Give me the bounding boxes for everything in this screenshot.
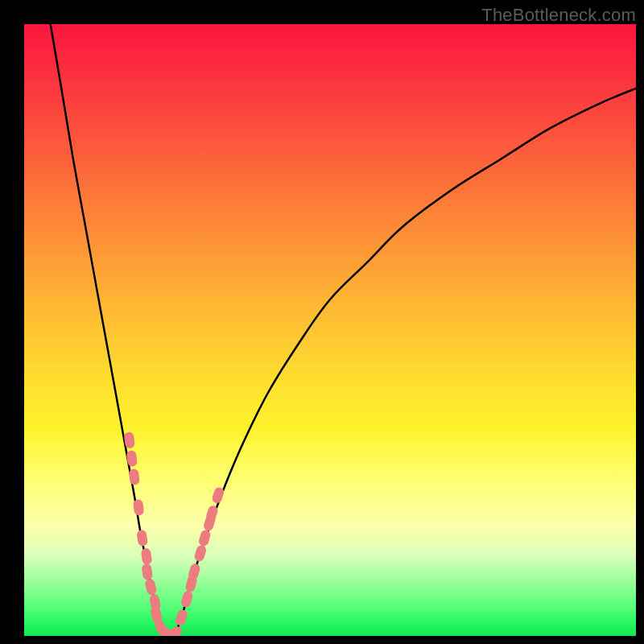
- bottleneck-chart-svg: [24, 24, 636, 636]
- marker-point: [128, 469, 140, 485]
- marker-point: [144, 578, 158, 596]
- curve-bottleneck-curve-right: [175, 89, 636, 636]
- marker-point: [141, 547, 153, 565]
- marker-point: [133, 499, 144, 516]
- marker-point: [180, 590, 194, 609]
- plot-area: [24, 24, 636, 636]
- marker-point: [141, 563, 153, 580]
- chart-frame: TheBottleneck.com: [0, 0, 644, 644]
- marker-point: [174, 609, 188, 627]
- marker-point: [198, 529, 212, 547]
- sample-markers: [123, 431, 225, 636]
- marker-point: [193, 544, 207, 563]
- curve-lines: [51, 24, 636, 636]
- watermark-text: TheBottleneck.com: [481, 5, 636, 26]
- marker-point: [136, 530, 148, 547]
